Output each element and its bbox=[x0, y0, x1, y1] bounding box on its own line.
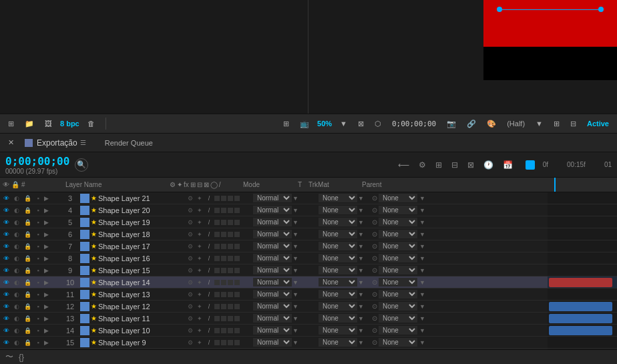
trkmat-select[interactable]: None Alpha Luma bbox=[319, 254, 357, 262]
solo-icon[interactable]: ◐ bbox=[12, 338, 21, 347]
eye-icon[interactable]: 👁 bbox=[1, 290, 11, 299]
mode-select[interactable]: Normal Add Multiply bbox=[253, 314, 292, 323]
bottom-icon-curly[interactable]: {} bbox=[19, 353, 24, 362]
expand-icon[interactable]: ▶ bbox=[44, 207, 51, 214]
mode-select[interactable]: Normal Add Multiply bbox=[253, 254, 292, 262]
toolbar-preview-icon[interactable]: 📺 bbox=[297, 118, 312, 130]
tool-icon-1[interactable]: ⟵ bbox=[396, 160, 411, 170]
timeline-track[interactable] bbox=[548, 252, 617, 264]
mode-select[interactable]: Normal Add Multiply bbox=[253, 326, 292, 335]
eye-icon[interactable]: 👁 bbox=[1, 302, 11, 311]
solo-icon[interactable]: ◐ bbox=[12, 230, 21, 239]
expand-icon[interactable]: ▶ bbox=[44, 291, 51, 298]
lock-icon[interactable]: 🔒 bbox=[23, 194, 32, 203]
expand-icon[interactable]: ▶ bbox=[44, 219, 51, 226]
solo-icon[interactable]: ◐ bbox=[12, 242, 21, 251]
zoom-dropdown-icon[interactable]: ▼ bbox=[337, 118, 350, 129]
trkmat-select[interactable]: None Alpha Luma bbox=[319, 326, 357, 335]
label-icon[interactable]: ▪ bbox=[33, 290, 43, 299]
trkmat-select[interactable]: None Alpha Luma bbox=[319, 242, 357, 250]
layer-row[interactable]: 👁 ◐ 🔒 ▪ ▶ 8 ★ Shape Layer 16 ⚙ ✦ / Norma… bbox=[0, 252, 548, 264]
label-icon[interactable]: ▪ bbox=[33, 230, 43, 239]
comp-tab-menu-icon[interactable]: ☰ bbox=[80, 139, 86, 146]
label-icon[interactable]: ▪ bbox=[33, 266, 43, 275]
label-icon[interactable]: ▪ bbox=[33, 218, 43, 227]
lock-icon[interactable]: 🔒 bbox=[23, 326, 32, 335]
quality-dropdown[interactable]: ▼ bbox=[533, 118, 546, 129]
expand-icon[interactable]: ▶ bbox=[44, 279, 51, 286]
expand-icon[interactable]: ▶ bbox=[44, 339, 51, 346]
zoom-display[interactable]: 50% bbox=[317, 120, 332, 128]
label-icon[interactable]: ▪ bbox=[33, 302, 43, 311]
layer-row[interactable]: 👁 ◐ 🔒 ▪ ▶ 14 ★ Shape Layer 10 ⚙ ✦ / Norm… bbox=[0, 325, 548, 337]
timecode-search-btn[interactable]: 🔍 bbox=[75, 158, 88, 172]
layer-row[interactable]: 👁 ◐ 🔒 ▪ ▶ 12 ★ Shape Layer 12 ⚙ ✦ / Norm… bbox=[0, 301, 548, 313]
parent-select[interactable]: None bbox=[379, 314, 417, 323]
parent-select[interactable]: None bbox=[379, 206, 417, 214]
expand-icon[interactable]: ▶ bbox=[44, 315, 51, 322]
trkmat-select[interactable]: None Alpha Luma bbox=[319, 266, 357, 275]
color-icon[interactable]: 🎨 bbox=[484, 118, 499, 130]
trkmat-select[interactable]: None Alpha Luma bbox=[319, 218, 357, 226]
mode-select[interactable]: Normal Add Multiply bbox=[253, 206, 292, 214]
parent-select[interactable]: None bbox=[379, 194, 417, 202]
trkmat-select[interactable]: None Alpha Luma bbox=[319, 290, 357, 299]
mode-select[interactable]: Normal Add Multiply bbox=[253, 218, 292, 226]
frame-icon[interactable]: ⬡ bbox=[372, 118, 384, 130]
solo-icon[interactable]: ◐ bbox=[12, 326, 21, 335]
mode-select[interactable]: Normal Add Multiply bbox=[253, 338, 292, 347]
tool-icon-2[interactable]: ⚙ bbox=[417, 160, 428, 170]
solo-icon[interactable]: ◐ bbox=[12, 254, 21, 263]
mode-select[interactable]: Normal Add Multiply bbox=[253, 230, 292, 238]
tool-icon-4[interactable]: ⊟ bbox=[449, 160, 460, 170]
trkmat-select[interactable]: None Alpha Luma bbox=[319, 314, 357, 323]
parent-select[interactable]: None bbox=[379, 242, 417, 250]
tool-icon-7[interactable]: 📅 bbox=[501, 160, 515, 170]
composition-tab[interactable]: Exportação ☰ bbox=[25, 138, 86, 148]
eye-icon[interactable]: 👁 bbox=[1, 230, 11, 239]
layer-row[interactable]: 👁 ◐ 🔒 ▪ ▶ 11 ★ Shape Layer 13 ⚙ ✦ / Norm… bbox=[0, 289, 548, 301]
expand-icon[interactable]: ▶ bbox=[44, 255, 51, 262]
timecode-display-main[interactable]: 0;00;00;00 bbox=[5, 155, 69, 168]
label-icon[interactable]: ▪ bbox=[33, 278, 43, 287]
lock-icon[interactable]: 🔒 bbox=[23, 278, 32, 287]
parent-select[interactable]: None bbox=[379, 266, 417, 275]
lock-icon[interactable]: 🔒 bbox=[23, 218, 32, 227]
quality-display[interactable]: (Half) bbox=[504, 118, 528, 129]
timeline-track[interactable] bbox=[548, 192, 617, 204]
layer-row[interactable]: 👁 ◐ 🔒 ▪ ▶ 9 ★ Shape Layer 15 ⚙ ✦ / Norma… bbox=[0, 264, 548, 277]
timeline-track[interactable] bbox=[548, 228, 617, 240]
bottom-icon-wave[interactable]: 〜 bbox=[5, 351, 13, 363]
lock-icon[interactable]: 🔒 bbox=[23, 338, 32, 347]
trkmat-select[interactable]: None Alpha Luma bbox=[319, 194, 357, 202]
layer-row[interactable]: 👁 ◐ 🔒 ▪ ▶ 15 ★ Shape Layer 9 ⚙ ✦ / Norma… bbox=[0, 337, 548, 349]
tool-icon-3[interactable]: ⊞ bbox=[433, 160, 444, 170]
parent-select[interactable]: None bbox=[379, 290, 417, 299]
solo-icon[interactable]: ◐ bbox=[12, 278, 21, 287]
lock-icon[interactable]: 🔒 bbox=[23, 266, 32, 275]
label-icon[interactable]: ▪ bbox=[33, 254, 43, 263]
eye-icon[interactable]: 👁 bbox=[1, 338, 11, 347]
toolbar-extra1[interactable]: ⊞ bbox=[551, 118, 562, 130]
lock-icon[interactable]: 🔒 bbox=[23, 230, 32, 239]
timeline-track[interactable] bbox=[548, 240, 617, 252]
eye-icon[interactable]: 👁 bbox=[1, 278, 11, 287]
timeline-track[interactable] bbox=[548, 264, 617, 277]
timeline-playhead[interactable] bbox=[554, 178, 556, 192]
expand-icon[interactable]: ▶ bbox=[44, 243, 51, 250]
solo-icon[interactable]: ◐ bbox=[12, 314, 21, 323]
toolbar-preview-settings[interactable]: ⊞ bbox=[280, 118, 292, 130]
timeline-track[interactable] bbox=[548, 216, 617, 228]
solo-icon[interactable]: ◐ bbox=[12, 218, 21, 227]
eye-icon[interactable]: 👁 bbox=[1, 254, 11, 263]
eye-icon[interactable]: 👁 bbox=[1, 218, 11, 227]
mode-select[interactable]: Normal Add Multiply bbox=[253, 302, 292, 311]
mode-select[interactable]: Normal Add Multiply bbox=[253, 194, 292, 202]
timeline-track[interactable] bbox=[548, 277, 617, 289]
lock-icon[interactable]: 🔒 bbox=[23, 302, 32, 311]
expand-icon[interactable]: ▶ bbox=[44, 303, 51, 310]
label-icon[interactable]: ▪ bbox=[33, 242, 43, 251]
timeline-track[interactable] bbox=[548, 289, 617, 301]
lock-icon[interactable]: 🔒 bbox=[23, 242, 32, 251]
timeline-track[interactable] bbox=[548, 313, 617, 325]
